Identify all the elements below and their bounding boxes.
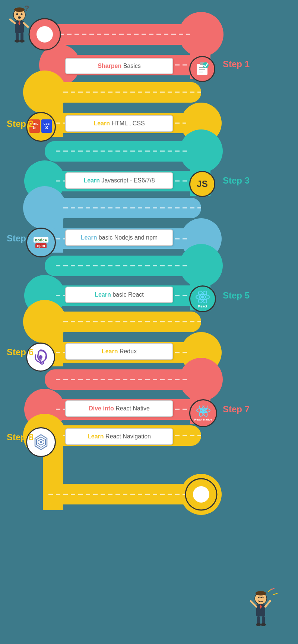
step4-label: Step 4 bbox=[7, 233, 34, 244]
svg-text:3: 3 bbox=[45, 125, 48, 130]
step8-highlight: Learn bbox=[88, 433, 104, 440]
step6-text: Redux bbox=[120, 348, 137, 354]
step7-icon-circle: React Native bbox=[189, 399, 217, 427]
step8-label: Step 8 bbox=[7, 432, 34, 443]
svg-point-70 bbox=[15, 40, 20, 43]
step3-text: Javascript - ES6/7/8 bbox=[101, 177, 155, 184]
step4-highlight: Learn bbox=[81, 234, 97, 241]
step8-text: React Navigation bbox=[105, 433, 151, 440]
step6-content-box: Learn Redux bbox=[65, 343, 173, 360]
step1-text: Basics bbox=[123, 63, 141, 69]
step3-content-box: Learn Javascript - ES6/7/8 bbox=[65, 172, 173, 189]
step1-highlight: Sharpen bbox=[98, 63, 121, 69]
step7-text: React Native bbox=[115, 405, 150, 412]
step1-content-box: Sharpen Basics bbox=[65, 58, 173, 74]
step6-label: Step 6 bbox=[7, 347, 34, 357]
svg-point-62 bbox=[14, 7, 25, 12]
svg-point-90 bbox=[39, 355, 42, 359]
svg-point-63 bbox=[16, 13, 18, 15]
step5-text: basic React bbox=[112, 291, 144, 298]
step2-text: HTML , CSS bbox=[111, 120, 145, 126]
svg-point-109 bbox=[261, 623, 266, 626]
svg-point-57 bbox=[37, 26, 53, 43]
person-bottom bbox=[248, 588, 279, 633]
step5-icon-circle: React bbox=[189, 285, 216, 312]
step3-highlight: Learn bbox=[83, 177, 100, 184]
svg-text:?: ? bbox=[24, 4, 29, 13]
svg-point-59 bbox=[193, 486, 209, 503]
step2-content-box: Learn HTML , CSS bbox=[65, 115, 173, 132]
svg-point-103 bbox=[256, 591, 266, 595]
step4-content-box: Learn basic Nodejs and npm bbox=[65, 229, 173, 246]
svg-point-65 bbox=[18, 16, 21, 19]
person-top: ? bbox=[6, 4, 34, 43]
step3-icon-circle: JS bbox=[189, 171, 215, 197]
step2-highlight: Learn bbox=[93, 120, 110, 126]
svg-line-73 bbox=[24, 23, 28, 27]
svg-line-100 bbox=[273, 593, 278, 595]
step5-content-box: Learn basic React bbox=[65, 287, 173, 303]
step7-label: Step 7 bbox=[223, 404, 250, 415]
svg-point-108 bbox=[256, 623, 261, 626]
step5-highlight: Learn bbox=[95, 291, 111, 298]
step4-text: basic Nodejs and npm bbox=[99, 234, 158, 241]
svg-point-91 bbox=[202, 409, 205, 412]
step7-highlight: Dive into bbox=[89, 405, 114, 412]
step8-content-box: Learn React Navigation bbox=[65, 428, 173, 445]
svg-line-72 bbox=[10, 19, 15, 23]
svg-point-98 bbox=[40, 441, 42, 443]
svg-line-110 bbox=[251, 601, 256, 607]
step3-label: Step 3 bbox=[223, 175, 250, 186]
svg-point-71 bbox=[19, 40, 25, 43]
step5-label: Step 5 bbox=[223, 290, 250, 301]
svg-point-64 bbox=[21, 13, 23, 15]
step6-highlight: Learn bbox=[102, 348, 118, 354]
step2-label: Step 2 bbox=[7, 119, 34, 129]
svg-point-86 bbox=[201, 296, 204, 298]
step1-label: Step 1 bbox=[223, 59, 250, 69]
step1-icon-circle bbox=[189, 56, 215, 82]
roadmap-container: ? Sharpen Basics bbox=[0, 0, 298, 644]
step7-content-box: Dive into React Native bbox=[65, 400, 173, 417]
